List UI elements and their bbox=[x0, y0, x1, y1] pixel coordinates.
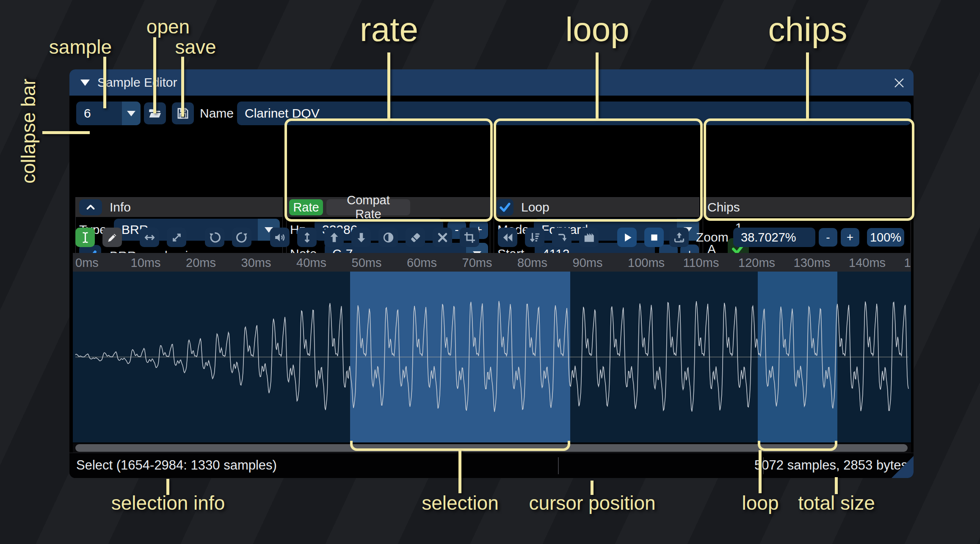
delete-button[interactable] bbox=[433, 228, 452, 247]
ruler-label: 110ms bbox=[683, 256, 719, 270]
annotation-line-selection bbox=[458, 450, 461, 493]
annotation-selection: selection bbox=[422, 492, 499, 514]
ruler-label: 100ms bbox=[628, 256, 665, 270]
zoom-input[interactable]: 38.7027% bbox=[733, 228, 815, 247]
resize-icon bbox=[143, 231, 156, 244]
sample-number-select[interactable]: 6 bbox=[76, 102, 141, 125]
ruler-label: 20ms bbox=[186, 256, 216, 270]
resize-button[interactable] bbox=[140, 228, 159, 247]
import-icon bbox=[673, 231, 686, 244]
annotation-bracket-selection bbox=[350, 441, 570, 451]
annotation-line-save bbox=[181, 57, 184, 117]
zoom-out-button[interactable]: - bbox=[819, 228, 837, 247]
annotation-cursor-position: cursor position bbox=[529, 492, 655, 514]
annotation-box-chips bbox=[704, 118, 914, 221]
window-resize-grip[interactable] bbox=[892, 456, 914, 478]
selection-info-text: Select (1654-2984: 1330 samples) bbox=[76, 453, 277, 478]
normalize-icon bbox=[301, 231, 314, 244]
sample-number-value: 6 bbox=[84, 106, 91, 121]
invert-button[interactable] bbox=[378, 228, 398, 247]
import-button[interactable] bbox=[669, 228, 689, 247]
chevron-up-icon bbox=[84, 201, 97, 214]
status-bar: Select (1654-2984: 1330 samples) 5072 sa… bbox=[69, 453, 914, 478]
delete-icon bbox=[436, 231, 449, 244]
undo-icon bbox=[208, 231, 221, 244]
normalize-button[interactable] bbox=[297, 228, 317, 247]
window-title: Sample Editor bbox=[97, 75, 177, 90]
reverse-icon bbox=[501, 231, 514, 244]
ruler-label: 150ms bbox=[904, 256, 911, 270]
fade-out-icon bbox=[355, 231, 368, 244]
annotation-loop-bottom: loop bbox=[742, 492, 779, 514]
downsample-button[interactable] bbox=[525, 228, 544, 247]
waveform-canvas bbox=[73, 272, 911, 442]
zoom-label: Zoom bbox=[696, 228, 729, 247]
info-panel-header bbox=[76, 198, 282, 217]
stop-icon bbox=[648, 231, 661, 244]
ruler-label: 90ms bbox=[573, 256, 603, 270]
fade-in-icon bbox=[328, 231, 341, 244]
annotation-line-loop bbox=[596, 52, 599, 119]
zoom-value: 38.7027% bbox=[741, 231, 796, 245]
chevron-down-icon bbox=[127, 111, 135, 116]
annotation-line-collapse-bar bbox=[42, 131, 90, 134]
silence-button[interactable] bbox=[406, 228, 425, 247]
annotation-open: open bbox=[146, 15, 190, 38]
screenshot-root: Sample Editor 6 Name bbox=[0, 0, 980, 544]
annotation-total-size: total size bbox=[798, 492, 875, 514]
stop-button[interactable] bbox=[644, 228, 664, 247]
annotation-selection-info: selection info bbox=[111, 492, 225, 514]
title-bar[interactable]: Sample Editor bbox=[69, 69, 914, 96]
annotation-chips: chips bbox=[768, 10, 847, 49]
resample-button[interactable] bbox=[167, 228, 186, 247]
play-icon bbox=[621, 231, 634, 244]
annotation-save: save bbox=[175, 36, 216, 58]
redo-button[interactable] bbox=[232, 228, 251, 247]
fade-in-button[interactable] bbox=[324, 228, 344, 247]
amplify-icon bbox=[273, 231, 287, 244]
ruler-label: 140ms bbox=[849, 256, 886, 270]
annotation-bracket-loop bbox=[758, 441, 837, 451]
zoom-reset-button[interactable]: 100% bbox=[867, 228, 904, 247]
waveform-display[interactable] bbox=[73, 272, 911, 442]
redo-icon bbox=[235, 231, 248, 244]
annotation-line-sample bbox=[103, 57, 106, 108]
amplify-button[interactable] bbox=[270, 228, 290, 247]
fade-out-button[interactable] bbox=[351, 228, 371, 247]
select-mode-button[interactable] bbox=[75, 228, 95, 247]
select-mode-icon bbox=[79, 231, 92, 244]
zoom-in-button[interactable]: + bbox=[841, 228, 859, 247]
trim-icon bbox=[463, 231, 476, 244]
ruler-label: 80ms bbox=[517, 256, 547, 270]
insert-button[interactable] bbox=[552, 228, 571, 247]
annotation-loop: loop bbox=[565, 10, 629, 49]
undo-button[interactable] bbox=[205, 228, 224, 247]
info-panel-title: Info bbox=[110, 198, 131, 217]
annotation-box-rate bbox=[284, 118, 493, 222]
annotation-sample: sample bbox=[49, 36, 112, 58]
sample-type-select[interactable]: BRR bbox=[114, 219, 280, 241]
silence-icon bbox=[409, 231, 422, 244]
close-button[interactable] bbox=[892, 75, 907, 91]
reverse-button[interactable] bbox=[498, 228, 517, 247]
ruler-label: 40ms bbox=[296, 256, 326, 270]
ruler-label: 0ms bbox=[75, 256, 99, 270]
annotation-line-rate bbox=[387, 52, 390, 119]
timeline-ruler[interactable]: 0ms10ms20ms30ms40ms50ms60ms70ms80ms90ms1… bbox=[73, 253, 911, 272]
annotation-collapse-bar: collapse bar bbox=[17, 79, 40, 184]
window-collapse-icon[interactable] bbox=[80, 80, 90, 86]
status-divider bbox=[558, 457, 559, 474]
total-size-text: 5072 samples, 2853 bytes bbox=[754, 453, 908, 478]
create-wavetable-button[interactable] bbox=[579, 228, 599, 247]
annotation-line-loop-bottom bbox=[759, 450, 762, 493]
play-button[interactable] bbox=[617, 228, 637, 247]
draw-mode-button[interactable] bbox=[102, 228, 122, 247]
annotation-line-open bbox=[153, 37, 156, 113]
ruler-label: 120ms bbox=[738, 256, 775, 270]
trim-button[interactable] bbox=[460, 228, 479, 247]
downsample-icon bbox=[528, 231, 541, 244]
ruler-label: 60ms bbox=[407, 256, 437, 270]
ruler-label: 70ms bbox=[462, 256, 492, 270]
collapse-info-button[interactable] bbox=[79, 199, 102, 215]
sample-number-dropdown-button[interactable] bbox=[122, 102, 141, 125]
